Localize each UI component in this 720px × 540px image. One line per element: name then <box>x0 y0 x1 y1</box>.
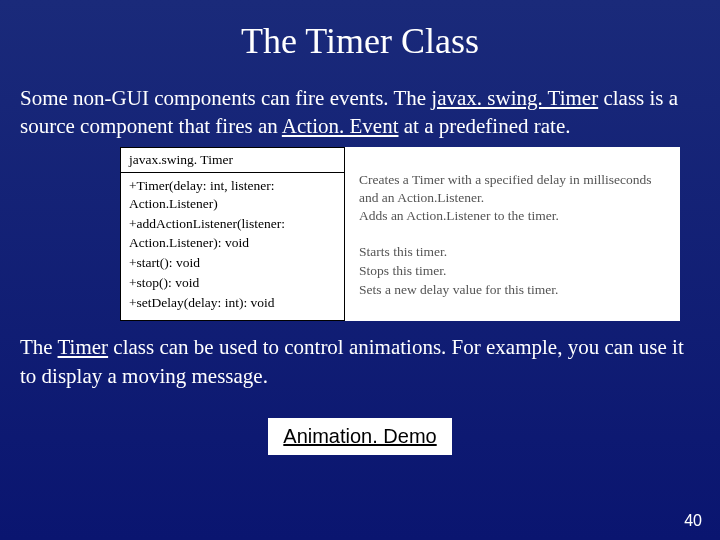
text: The <box>20 335 58 359</box>
uml-methods: +Timer(delay: int, listener: Action.List… <box>121 173 344 321</box>
text: at a predefined rate. <box>398 114 570 138</box>
link-timer[interactable]: Timer <box>58 335 109 359</box>
uml-desc: Stops this timer. <box>359 262 670 281</box>
button-row: Animation. Demo <box>20 418 700 455</box>
slide-title: The Timer Class <box>20 20 700 62</box>
uml-class-box: javax.swing. Timer +Timer(delay: int, li… <box>120 147 345 322</box>
page-number: 40 <box>684 512 702 530</box>
uml-desc: Adds an Action.Listener to the timer. <box>359 207 670 243</box>
animation-demo-button[interactable]: Animation. Demo <box>268 418 451 455</box>
link-action-event[interactable]: Action. Event <box>282 114 399 138</box>
uml-desc: Sets a new delay value for this timer. <box>359 281 670 300</box>
uml-class-name: javax.swing. Timer <box>121 148 344 173</box>
uml-method: +stop(): void <box>129 274 336 292</box>
link-javax-swing-timer[interactable]: javax. swing. Timer <box>431 86 598 110</box>
paragraph-2: The Timer class can be used to control a… <box>20 333 700 390</box>
text: class can be used to control animations.… <box>20 335 684 387</box>
uml-diagram: javax.swing. Timer +Timer(delay: int, li… <box>120 147 680 322</box>
uml-method: +setDelay(delay: int): void <box>129 294 336 312</box>
uml-desc: Creates a Timer with a specified delay i… <box>359 171 670 207</box>
uml-method: +addActionListener(listener: Action.List… <box>129 215 336 251</box>
uml-descriptions: Creates a Timer with a specified delay i… <box>345 147 680 322</box>
uml-method: +Timer(delay: int, listener: Action.List… <box>129 177 336 213</box>
slide: The Timer Class Some non-GUI components … <box>0 0 720 465</box>
paragraph-1: Some non-GUI components can fire events.… <box>20 84 700 141</box>
text: Some non-GUI components can fire events.… <box>20 86 431 110</box>
uml-method: +start(): void <box>129 254 336 272</box>
uml-desc: Starts this timer. <box>359 243 670 262</box>
